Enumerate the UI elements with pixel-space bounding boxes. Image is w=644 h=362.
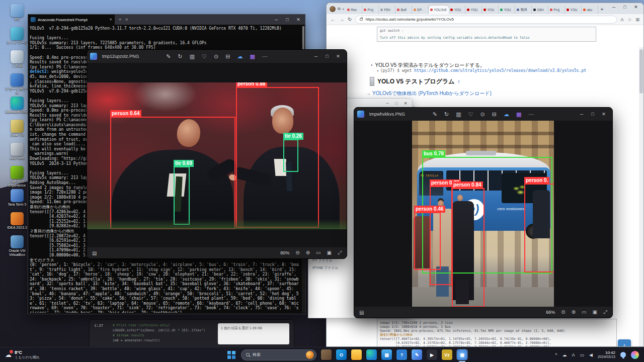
zoom-icon[interactable]: ⊖	[561, 309, 565, 315]
browser-tab[interactable]: GitH	[532, 6, 548, 14]
toolbar-icon[interactable]: ♡	[468, 108, 473, 121]
tab-search-icon[interactable]: ˅	[342, 7, 345, 12]
toolbar-icon[interactable]: ▩	[250, 50, 255, 63]
toolbar-icon[interactable]: ☁	[504, 108, 509, 121]
minimize-button[interactable]: ─	[383, 101, 392, 106]
zoom-icon[interactable]: ⤢	[338, 250, 342, 256]
filmstrip-icon[interactable]: ▤	[92, 250, 97, 256]
toolbar-icon[interactable]: ▥	[190, 50, 195, 63]
tab-close-icon[interactable]: ✕	[109, 18, 112, 22]
zoom-icon[interactable]: ⊕	[306, 250, 310, 256]
zoom-icon[interactable]: ⊕	[572, 309, 576, 315]
scroll-to-top-button[interactable]: ↑	[618, 339, 631, 347]
browser-tab[interactable]: Res	[346, 6, 362, 14]
browser-tab[interactable]: Buff	[395, 6, 412, 14]
desktop-icon[interactable]: リモート系ツール	[3, 73, 31, 96]
vertical-tabs-icon[interactable]: ⧉	[338, 7, 341, 12]
new-tab-button[interactable]: +	[119, 17, 121, 22]
copilot-ball-icon[interactable]	[631, 351, 639, 359]
toolbar-icon[interactable]: ↻	[444, 108, 449, 121]
zoom-icon[interactable]: ▭	[316, 250, 320, 256]
minimize-button[interactable]: ─	[608, 5, 619, 10]
desktop-icon[interactable]: Oracle VM VirtualBox	[3, 235, 31, 257]
toolbar-icon[interactable]: ♡	[202, 50, 207, 63]
taskbar-search[interactable]: 検索	[241, 349, 316, 360]
close-button[interactable]: ✕	[293, 17, 304, 22]
maximize-button[interactable]: □	[321, 54, 333, 59]
maximize-button[interactable]: □	[392, 101, 401, 106]
toolbar-icon[interactable]: ✎	[166, 50, 171, 63]
toolbar-icon[interactable]: ⊟	[225, 50, 230, 63]
tray-icon[interactable]: ◀	[589, 352, 593, 357]
zoom-icon[interactable]: ⊖	[295, 250, 299, 256]
terminal-tab[interactable]: Anaconda Powershell Prompt ✕	[28, 15, 115, 25]
toolbar-icon[interactable]: ✎	[433, 108, 437, 121]
taskbar-app-icon[interactable]: ▤	[381, 349, 392, 360]
profile-avatar[interactable]	[330, 6, 336, 12]
desktop-icon[interactable]: PC	[3, 4, 31, 26]
toolbar-icon[interactable]: ⋯	[262, 50, 268, 63]
url-bar[interactable]: https://izutsu.aa0.netvolante.jp/pukiwik…	[355, 16, 617, 24]
back-icon[interactable]: ←	[331, 17, 336, 22]
browser-tab[interactable]: YOU	[499, 6, 515, 14]
photo-stage[interactable]: person 0.88 person 0.64 tie 0.69 tie 0.2…	[87, 63, 347, 247]
start-button[interactable]	[227, 351, 235, 359]
toolbar-icon[interactable]: ☁	[237, 50, 243, 63]
toolbar-icon[interactable]: ▥	[456, 108, 461, 121]
taskbar-app-icon[interactable]: ✎	[412, 349, 422, 360]
zoom-icon[interactable]: ⤢	[603, 309, 607, 315]
browser-tab[interactable]: Proj	[362, 6, 379, 14]
wiki-menu-item[interactable]: IPYNB ファイル	[312, 264, 339, 272]
zoom-icon[interactable]: ▣	[593, 309, 597, 315]
browser-tab[interactable]: YOU	[465, 6, 482, 14]
desktop-icon[interactable]: ごみ箱	[3, 50, 31, 72]
browser-tab[interactable]: YOU	[449, 6, 465, 14]
notification-bell-icon[interactable]	[620, 352, 626, 357]
taskbar-app-icon[interactable]	[366, 349, 377, 360]
taskbar-weather-widget[interactable]: ☁ 8°C くもりのち晴れ	[0, 350, 45, 359]
forward-icon[interactable]: →	[339, 17, 344, 22]
page-scrollbar[interactable]	[639, 47, 643, 346]
minimize-button[interactable]: ─	[271, 17, 282, 22]
tray-icon[interactable]: A	[572, 352, 575, 357]
toolbar-icon[interactable]: ▩	[516, 108, 521, 121]
desktop-icon[interactable]: Tera Term 5	[3, 189, 31, 211]
address-bar-icon[interactable]: ⊞	[635, 17, 639, 22]
desktop-icon[interactable]: ネットワーク	[3, 27, 31, 49]
desktop-icon[interactable]: GeForce Experience	[3, 166, 31, 188]
address-bar-icon[interactable]: ☆	[627, 17, 631, 22]
close-button[interactable]: ✕	[630, 5, 641, 10]
desktop-icon[interactable]: Quik 7.0	[3, 120, 31, 142]
taskbar-clock[interactable]: 10:42 2024/03/13	[598, 350, 615, 359]
desktop-icon[interactable]: MSP-Mix	[3, 143, 31, 165]
minimize-button[interactable]: ─	[576, 112, 587, 117]
tray-icon[interactable]: ▭	[580, 352, 585, 357]
toolbar-icon[interactable]: ⊙	[480, 108, 485, 121]
browser-tab[interactable]: 勉強	[515, 6, 532, 14]
desktop-icon[interactable]: IDEA 2023.3	[3, 212, 31, 234]
zoom-icon[interactable]: ▣	[327, 250, 332, 256]
taskbar-app-icon[interactable]: ▶	[427, 349, 437, 360]
close-button[interactable]: ✕	[333, 54, 344, 59]
browser-tab[interactable]: Proj	[548, 6, 565, 14]
taskbar-app-icon[interactable]	[351, 349, 362, 360]
maximize-button[interactable]: □	[587, 112, 598, 117]
toolbar-icon[interactable]: ↻	[178, 50, 182, 63]
anchor-link[interactable]: †	[458, 79, 460, 84]
toolbar-icon[interactable]: ⋯	[528, 108, 534, 121]
maximize-button[interactable]: □	[282, 17, 293, 22]
taskbar-app-icon[interactable]: ?	[396, 349, 407, 360]
browser-tab[interactable]: EP-	[412, 6, 429, 14]
browser-tab-active[interactable]: YOLOv5 ✕	[429, 6, 449, 14]
yolov5-detection-link[interactable]: YOLOv5で物体検出 (PyTorch Hubからダウンロード)	[372, 90, 492, 96]
taskbar-app-icon[interactable]: Vz	[442, 349, 452, 360]
maximize-button[interactable]: □	[619, 5, 630, 10]
close-button[interactable]: ✕	[401, 101, 410, 106]
filmstrip-icon[interactable]: ▤	[359, 310, 364, 315]
browser-tab[interactable]: YOU	[482, 6, 499, 14]
close-button[interactable]: ✕	[598, 112, 609, 117]
scrollbar-thumb[interactable]	[639, 49, 643, 94]
browser-tab[interactable]: F5H	[379, 6, 395, 14]
browser-tab[interactable]: YOU	[565, 6, 582, 14]
desktop-icon[interactable]: Microsoft Edge	[3, 97, 31, 119]
